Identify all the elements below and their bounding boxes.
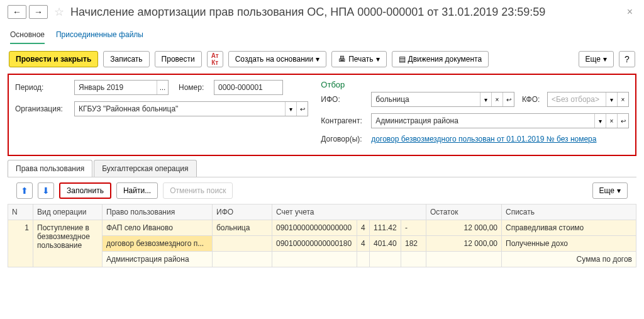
number-input[interactable]: 0000-000001	[214, 80, 283, 95]
dogovor-label: Договор(ы):	[321, 135, 367, 143]
cancel-find-button[interactable]: Отменить поиск	[163, 182, 233, 199]
org-open-button[interactable]: ↩	[296, 102, 308, 116]
otbor-title: Отбор	[321, 80, 629, 89]
more-button[interactable]: Еще ▾	[579, 51, 614, 67]
kontr-label: Контрагент:	[321, 116, 367, 125]
report-icon: ▤	[399, 55, 406, 64]
nav-main[interactable]: Основное	[10, 26, 45, 44]
org-input[interactable]: КГБУЗ "Районная больница" ▾ ↩	[74, 101, 308, 116]
based-on-button[interactable]: Создать на основании ▾	[228, 51, 327, 67]
print-button[interactable]: 🖶 Печать ▾	[331, 51, 386, 67]
col-n[interactable]: N	[8, 204, 33, 220]
tab-accounting[interactable]: Бухгалтерская операция	[94, 160, 196, 177]
arrow-up-icon: ⬆	[21, 186, 28, 196]
kontr-dropdown-button[interactable]: ▾	[594, 114, 606, 128]
ifo-dropdown-button[interactable]: ▾	[480, 92, 491, 106]
col-ifo[interactable]: ИФО	[213, 204, 272, 220]
table-row[interactable]: 1 Поступление в безвозмездное пользовани…	[8, 220, 636, 236]
post-close-button[interactable]: Провести и закрыть	[9, 51, 98, 67]
page-title: Начисление амортизации прав пользования …	[70, 6, 621, 19]
col-right[interactable]: Право пользования	[103, 204, 213, 220]
table-row[interactable]: Администрация района Сумма по догов	[8, 252, 636, 267]
movements-button[interactable]: ▤ Движения документа	[392, 51, 489, 67]
help-button[interactable]: ?	[619, 51, 635, 67]
period-picker-button[interactable]: …	[157, 81, 168, 94]
tab-rights[interactable]: Права пользования	[8, 160, 92, 177]
forward-button[interactable]: →	[29, 5, 48, 19]
fill-button[interactable]: Заполнить	[59, 182, 111, 199]
kontr-clear-button[interactable]: ×	[606, 114, 617, 128]
form-panel: Период: Январь 2019 … Номер: 0000-000001…	[8, 74, 636, 156]
ifo-open-button[interactable]: ↩	[502, 92, 514, 106]
post-button[interactable]: Провести	[155, 51, 202, 67]
move-down-button[interactable]: ⬇	[38, 182, 54, 199]
table-row[interactable]: договор безвозмездного п... 090100000000…	[8, 236, 636, 252]
col-rest[interactable]: Остаток	[426, 204, 502, 220]
ifo-label: ИФО:	[321, 95, 367, 104]
org-label: Организация:	[15, 104, 70, 113]
kfo-clear-button[interactable]: ×	[617, 92, 628, 106]
rights-table: N Вид операции Право пользования ИФО Сче…	[8, 204, 636, 267]
nav-files[interactable]: Присоединенные файлы	[56, 26, 143, 44]
chevron-down-icon: ▾	[617, 186, 621, 195]
col-writeoff[interactable]: Списать	[502, 204, 636, 220]
ifo-input[interactable]: больница ▾ × ↩	[371, 92, 514, 107]
dt-kt-button[interactable]: АтКт	[207, 51, 223, 67]
find-button[interactable]: Найти...	[116, 182, 158, 199]
kfo-dropdown-button[interactable]: ▾	[606, 92, 617, 106]
table-more-button[interactable]: Еще ▾	[592, 182, 628, 199]
save-button[interactable]: Записать	[103, 51, 149, 67]
kontr-input[interactable]: Администрация района ▾ × ↩	[371, 113, 629, 128]
period-input[interactable]: Январь 2019 …	[74, 80, 169, 95]
arrow-down-icon: ⬇	[42, 186, 50, 196]
chevron-down-icon: ▾	[603, 55, 607, 64]
kfo-input[interactable]: <Без отбора> ▾ ×	[547, 92, 629, 107]
favorite-icon[interactable]: ☆	[54, 5, 64, 19]
back-button[interactable]: ←	[8, 5, 26, 19]
col-account[interactable]: Счет учета	[272, 204, 426, 220]
org-dropdown-button[interactable]: ▾	[285, 102, 296, 116]
kfo-label: КФО:	[522, 95, 543, 104]
chevron-down-icon: ▾	[376, 55, 380, 64]
dogovor-link[interactable]: договор безвозмездного пользован от 01.0…	[371, 135, 596, 143]
move-up-button[interactable]: ⬆	[16, 182, 33, 199]
printer-icon: 🖶	[338, 55, 346, 64]
close-button[interactable]: ×	[623, 6, 636, 18]
period-label: Период:	[15, 83, 70, 92]
chevron-down-icon: ▾	[316, 55, 319, 64]
kontr-open-button[interactable]: ↩	[617, 114, 628, 128]
col-op[interactable]: Вид операции	[33, 204, 103, 220]
ifo-clear-button[interactable]: ×	[491, 92, 502, 106]
number-label: Номер:	[179, 83, 210, 92]
